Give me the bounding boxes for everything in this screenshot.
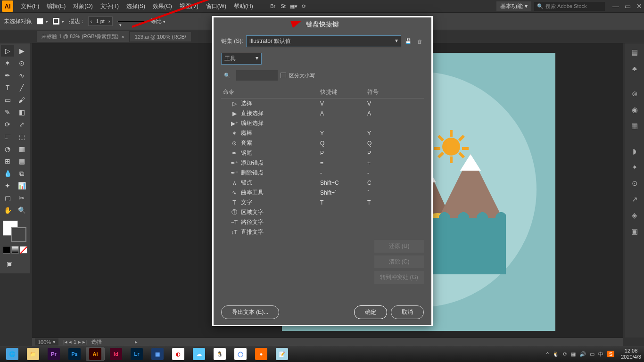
taskbar-app[interactable]: ▦ bbox=[148, 347, 167, 361]
taskbar-app[interactable]: 🐧 bbox=[210, 347, 229, 361]
properties-panel-icon[interactable]: ▤ bbox=[629, 47, 640, 58]
taskbar-app[interactable]: 🌐 bbox=[3, 347, 22, 361]
close-button[interactable]: ✕ bbox=[636, 2, 642, 10]
command-row[interactable]: ∧锚点Shift+CC bbox=[221, 178, 424, 188]
shaper-tool[interactable]: ✎ bbox=[1, 107, 14, 118]
blend-tool[interactable]: ⧉ bbox=[15, 168, 28, 179]
menu-item[interactable]: 编辑(E) bbox=[43, 0, 69, 12]
save-set-icon[interactable]: 💾 bbox=[404, 37, 413, 46]
stock-icon[interactable]: St bbox=[279, 1, 288, 11]
command-row[interactable]: ✒⁺添加锚点=+ bbox=[221, 158, 424, 168]
menu-item[interactable]: 文件(F) bbox=[17, 0, 43, 12]
arrange-icon[interactable]: ▦▾ bbox=[289, 1, 298, 11]
minimize-button[interactable]: — bbox=[612, 2, 619, 10]
tab-document-1[interactable]: 未标题-1 @ 83% (RGB/像素预览)× bbox=[37, 31, 129, 42]
taskbar-app[interactable]: Pr bbox=[44, 347, 63, 361]
delete-set-icon[interactable]: 🗑 bbox=[415, 37, 424, 46]
command-row[interactable]: Ⓣ区域文字 bbox=[221, 207, 424, 217]
selection-tool[interactable]: ▷ bbox=[1, 45, 14, 57]
share-panel-icon[interactable]: ↗ bbox=[629, 194, 640, 205]
tray-sync-icon[interactable]: ⟳ bbox=[563, 351, 567, 357]
taskbar-app[interactable]: ◯ bbox=[231, 347, 250, 361]
command-row[interactable]: ✒⁻删除锚点-- bbox=[221, 168, 424, 178]
search-shortcuts-input[interactable] bbox=[236, 70, 278, 81]
fill-swatch[interactable] bbox=[37, 18, 43, 25]
command-row[interactable]: ↓T直排文字 bbox=[221, 227, 424, 235]
swatches-panel-icon[interactable]: ▦ bbox=[629, 121, 640, 131]
color-mode-icon[interactable] bbox=[3, 246, 10, 254]
taskbar-app[interactable]: ☁ bbox=[190, 347, 208, 361]
system-tray[interactable]: ^ 🐧 ⟳ ▦ 🔊 ▭ 中 S 12:08 2020/4/3 bbox=[546, 348, 641, 360]
gradient-mode-icon[interactable] bbox=[11, 246, 19, 254]
eyedropper-tool[interactable]: 💧 bbox=[1, 168, 14, 179]
workspace-dropdown[interactable]: 基本功能▾ bbox=[496, 1, 531, 11]
command-row[interactable]: ▶⁺编组选择 bbox=[221, 118, 424, 128]
tray-expand-icon[interactable]: ^ bbox=[546, 351, 549, 357]
lasso-tool[interactable]: ⊙ bbox=[15, 58, 28, 69]
clock[interactable]: 12:08 2020/4/3 bbox=[621, 348, 641, 360]
tray-ime-icon[interactable]: 中 bbox=[598, 351, 603, 358]
taskbar-app[interactable]: Id bbox=[107, 347, 125, 361]
free-transform-tool[interactable]: ⬚ bbox=[15, 131, 28, 142]
libraries-panel-icon[interactable]: ♣ bbox=[629, 63, 640, 74]
taskbar-app[interactable]: ◐ bbox=[169, 347, 188, 361]
taskbar-app[interactable]: 📝 bbox=[272, 347, 291, 361]
menu-item[interactable]: 选择(S) bbox=[123, 0, 149, 12]
taskbar-app[interactable]: Ai bbox=[86, 347, 105, 361]
cc-panel-icon[interactable]: ⊚ bbox=[629, 89, 640, 99]
artboard-tool[interactable]: ▢ bbox=[1, 192, 14, 204]
command-row[interactable]: T文字TT bbox=[221, 197, 424, 207]
none-mode-icon[interactable] bbox=[20, 246, 27, 254]
category-dropdown[interactable]: 工具▾ bbox=[221, 53, 262, 65]
search-input[interactable]: 🔍 搜索 Adobe Stock bbox=[534, 2, 605, 11]
hand-tool[interactable]: ✋ bbox=[1, 205, 14, 216]
width-tool[interactable]: ⫍ bbox=[1, 131, 14, 142]
command-row[interactable]: ▷选择VV bbox=[221, 99, 424, 108]
cancel-button[interactable]: 取消 bbox=[391, 305, 424, 319]
stroke-style-dropdown[interactable] bbox=[117, 21, 146, 22]
case-sensitive-checkbox[interactable] bbox=[281, 73, 286, 78]
brushes-panel-icon[interactable]: ◗ bbox=[629, 146, 640, 156]
command-row[interactable]: ∿曲率工具Shift+`` bbox=[221, 188, 424, 197]
gpu-icon[interactable]: ⟳ bbox=[299, 1, 309, 11]
mesh-tool[interactable]: ⊞ bbox=[1, 156, 14, 167]
artboard-nav[interactable]: |◂ ◂ 1 ▸ ▸| bbox=[63, 339, 87, 345]
gradient-tool[interactable]: ▤ bbox=[15, 156, 28, 167]
menu-item[interactable]: 窗口(W) bbox=[202, 0, 230, 12]
pen-tool[interactable]: ✒ bbox=[1, 70, 14, 81]
magic-wand-tool[interactable]: ✶ bbox=[1, 58, 14, 69]
command-row[interactable]: ▶直接选择AA bbox=[221, 108, 424, 118]
type-tool[interactable]: T bbox=[1, 82, 14, 93]
bridge-icon[interactable]: Br bbox=[268, 1, 278, 11]
perspective-tool[interactable]: ▦ bbox=[15, 143, 28, 155]
menu-item[interactable]: 帮助(H) bbox=[230, 0, 257, 12]
line-tool[interactable]: ╱ bbox=[15, 82, 28, 93]
shape-builder-tool[interactable]: ◔ bbox=[1, 143, 14, 155]
eraser-tool[interactable]: ◧ bbox=[15, 107, 28, 118]
command-row[interactable]: ✒钢笔PP bbox=[221, 148, 424, 158]
symbol-sprayer-tool[interactable]: ✦ bbox=[1, 180, 14, 191]
menu-item[interactable]: 文字(T) bbox=[97, 0, 123, 12]
command-row[interactable]: ✶魔棒YY bbox=[221, 128, 424, 138]
direct-selection-tool[interactable]: ▶ bbox=[15, 45, 28, 57]
rectangle-tool[interactable]: ▭ bbox=[1, 94, 14, 106]
zoom-dropdown[interactable]: 100%▾ bbox=[35, 338, 58, 346]
set-dropdown[interactable]: Illustrator 默认值▾ bbox=[246, 35, 401, 47]
screen-mode-icon[interactable]: ▣ bbox=[3, 258, 16, 270]
tray-qq-icon[interactable]: 🐧 bbox=[553, 351, 559, 357]
stroke-panel-icon[interactable]: ⊙ bbox=[629, 178, 640, 189]
paintbrush-tool[interactable]: 🖌 bbox=[15, 94, 28, 106]
stroke-swatch[interactable] bbox=[53, 18, 59, 25]
restore-button[interactable]: ▭ bbox=[625, 2, 631, 10]
slice-tool[interactable]: ✂ bbox=[15, 192, 28, 204]
ok-button[interactable]: 确定 bbox=[354, 305, 387, 319]
column-graph-tool[interactable]: 📊 bbox=[15, 180, 28, 191]
tab-document-2[interactable]: 123.ai @ 100% (RGB/ bbox=[130, 32, 191, 41]
taskbar-app[interactable]: Ps bbox=[65, 347, 84, 361]
layers-panel-icon[interactable]: ◈ bbox=[629, 210, 640, 221]
menu-item[interactable]: 对象(O) bbox=[69, 0, 96, 12]
taskbar-app[interactable]: 📁 bbox=[24, 347, 42, 361]
taskbar-app[interactable]: ● bbox=[252, 347, 271, 361]
curvature-tool[interactable]: ∿ bbox=[15, 70, 28, 81]
tray-volume-icon[interactable]: 🔊 bbox=[579, 351, 586, 357]
